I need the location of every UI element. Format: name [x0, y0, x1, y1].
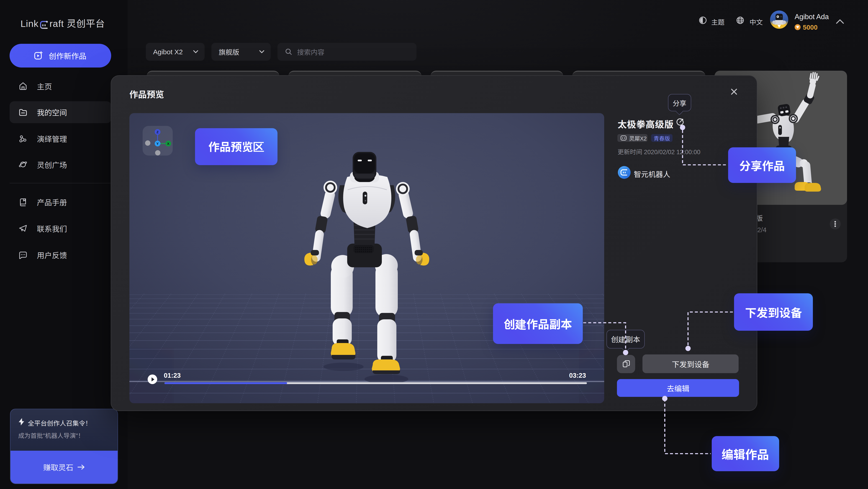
svg-text:X: X: [167, 142, 169, 146]
svg-text:Z: Z: [156, 130, 158, 134]
svg-text:Y: Y: [156, 142, 159, 146]
